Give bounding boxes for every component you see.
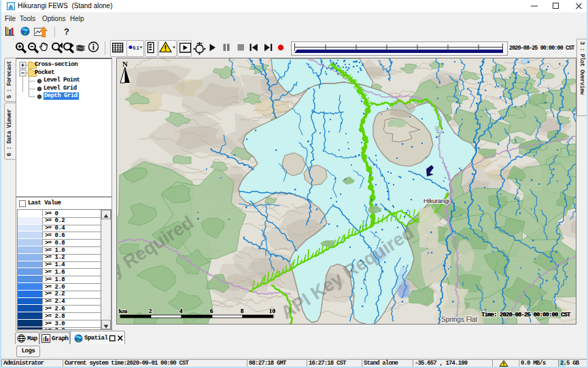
svg-text:Time: 2020-08-25 00:00:00 CST: Time: 2020-08-25 00:00:00 CST (481, 312, 571, 318)
svg-text:8: 8 (241, 308, 244, 314)
svg-text:Hikurangi: Hikurangi (423, 198, 449, 204)
svg-text:Springs Flat: Springs Flat (441, 316, 478, 323)
svg-text:N: N (122, 60, 128, 68)
svg-text:10: 10 (269, 308, 276, 314)
svg-text:6: 6 (210, 308, 213, 314)
svg-text:km: km (119, 308, 128, 314)
svg-text:0.1: 0.1 (133, 45, 139, 50)
svg-text:4: 4 (179, 308, 183, 314)
svg-text:2: 2 (149, 308, 152, 314)
